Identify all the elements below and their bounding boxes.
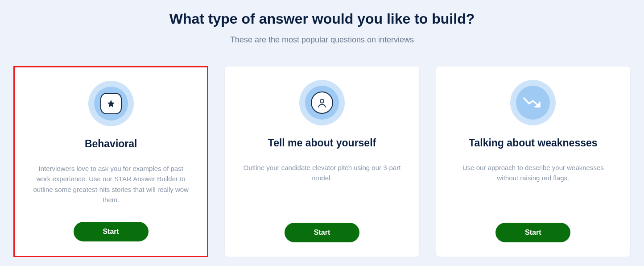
icon-outer <box>510 80 556 125</box>
icon-inner <box>94 87 128 121</box>
cards-container: Behavioral Interviewers love to ask you … <box>13 66 631 257</box>
card-description: Outline your candidate elevator pitch us… <box>241 162 403 206</box>
card-behavioral[interactable]: Behavioral Interviewers love to ask you … <box>13 66 208 257</box>
card-tell-me-about-yourself[interactable]: Tell me about yourself Outline your cand… <box>224 66 419 257</box>
card-title: Talking about weaknesses <box>469 137 597 149</box>
card-talking-weaknesses[interactable]: Talking about weaknesses Use our approac… <box>436 66 631 257</box>
start-button-behavioral[interactable]: Start <box>74 222 149 241</box>
trend-down-icon <box>522 96 544 110</box>
card-title: Tell me about yourself <box>268 137 376 149</box>
start-button-weaknesses[interactable]: Start <box>495 223 570 242</box>
star-icon <box>100 93 122 114</box>
card-description: Interviewers love to ask you for example… <box>31 163 191 205</box>
card-description: Use our approach to describe your weakne… <box>452 162 614 206</box>
page-subtitle: These are the most popular questions on … <box>13 35 631 45</box>
icon-outer <box>299 80 345 125</box>
icon-inner <box>305 86 339 120</box>
person-icon <box>311 91 333 114</box>
start-button-tell-me[interactable]: Start <box>285 223 359 242</box>
page-title: What type of answer would you like to bu… <box>13 11 631 27</box>
card-title: Behavioral <box>85 138 137 150</box>
icon-inner <box>516 86 550 120</box>
svg-point-0 <box>320 99 324 103</box>
header-section: What type of answer would you like to bu… <box>13 11 631 45</box>
icon-outer <box>88 81 134 126</box>
